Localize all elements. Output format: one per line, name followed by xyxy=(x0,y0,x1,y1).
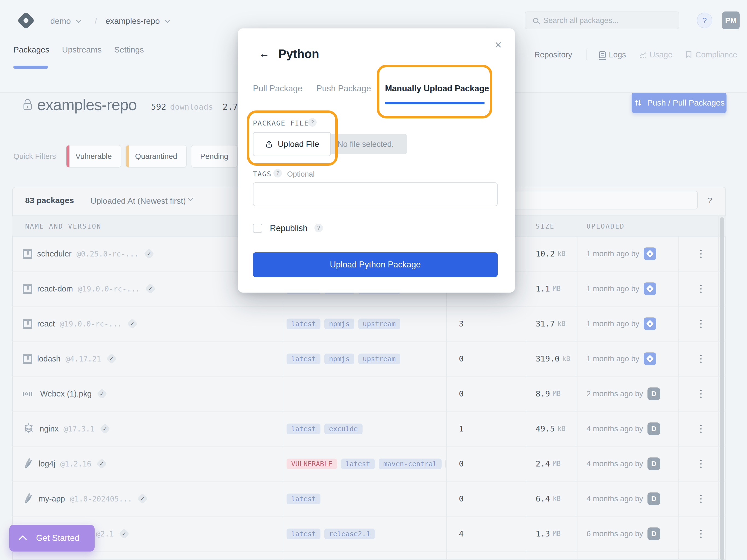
row-actions-kebab[interactable] xyxy=(690,447,711,481)
vulnerable-tag[interactable]: VULNERABLE xyxy=(287,459,337,469)
tag-pill[interactable]: npmjs xyxy=(324,319,354,329)
usage-chart-icon xyxy=(639,52,646,58)
tag-pill[interactable]: upstream xyxy=(358,354,400,364)
row-actions-kebab[interactable] xyxy=(690,236,711,271)
col-name-and-version: NAME AND VERSION xyxy=(25,223,101,230)
tag-pill[interactable]: release2.1 xyxy=(324,529,375,539)
get-started-button[interactable]: Get Started xyxy=(9,525,95,552)
filter-accent-stripe xyxy=(67,146,70,167)
package-name[interactable]: log4j xyxy=(38,459,55,468)
cloudsmith-logo-icon[interactable] xyxy=(17,11,35,29)
table-row[interactable]: @2.1✓latestrelease2.141.3MB6 months ago … xyxy=(12,516,726,552)
logs-icon xyxy=(599,51,606,58)
storage-count: 2.7 xyxy=(223,102,238,111)
filter-pending[interactable]: Pending xyxy=(191,145,238,168)
uploader-avatar-d[interactable]: D xyxy=(647,423,660,435)
table-row[interactable]: lodash@4.17.21✓latestnpmjsupstream0319.0… xyxy=(12,341,726,377)
republish-checkbox[interactable] xyxy=(253,224,262,233)
row-actions-kebab[interactable] xyxy=(690,307,711,341)
uploader-avatar-d[interactable]: D xyxy=(647,528,660,540)
link-logs[interactable]: Logs xyxy=(599,50,626,59)
uploader-avatar-cloudsmith[interactable] xyxy=(644,353,656,365)
package-name[interactable]: Webex (1).pkg xyxy=(40,389,92,399)
row-actions-kebab[interactable] xyxy=(690,482,711,516)
help-button[interactable]: ? xyxy=(697,12,712,28)
breadcrumb-repo-dropdown[interactable]: examples-repo xyxy=(106,15,169,27)
package-version: @0.25.0-rc-... xyxy=(77,250,139,258)
link-compliance[interactable]: Compliance xyxy=(686,50,737,59)
search-input[interactable] xyxy=(543,16,669,25)
uploader-avatar-cloudsmith[interactable] xyxy=(644,248,656,260)
table-row[interactable]: react@19.0.0-rc-...✓latestnpmjsupstream3… xyxy=(12,307,726,341)
uploader-avatar-d[interactable]: D xyxy=(647,492,660,505)
package-name[interactable]: my-app xyxy=(38,494,65,503)
uploader-avatar-cloudsmith[interactable] xyxy=(644,317,656,330)
tag-pill[interactable]: upstream xyxy=(358,319,400,329)
npm-package-icon xyxy=(23,249,32,259)
breadcrumb-org: demo xyxy=(50,17,71,26)
package-version: @1.2.16 xyxy=(60,460,91,468)
package-version: @19.0.0-rc-... xyxy=(78,285,140,293)
breadcrumb-org-dropdown[interactable]: demo xyxy=(50,15,80,27)
downloads-cell: 4 xyxy=(446,516,476,551)
push-pull-packages-button[interactable]: Push / Pull Packages xyxy=(632,93,726,113)
filter-label: Pending xyxy=(200,152,228,161)
row-actions-kebab[interactable] xyxy=(690,341,711,376)
upload-file-button[interactable]: Upload File xyxy=(253,132,331,156)
row-actions-kebab[interactable] xyxy=(690,411,711,446)
tags-cell: latestexculde xyxy=(287,411,446,446)
row-actions-kebab[interactable] xyxy=(690,377,711,411)
tag-pill[interactable]: latest xyxy=(287,424,320,434)
sync-check-badge-icon: ✓ xyxy=(96,458,107,469)
modal-back-button[interactable]: ← xyxy=(257,47,271,61)
vertical-scrollbar[interactable] xyxy=(720,218,724,560)
package-name[interactable]: nginx xyxy=(40,424,58,433)
tags-help-icon[interactable]: ? xyxy=(274,169,282,177)
tag-pill[interactable]: exculde xyxy=(324,424,362,434)
uploader-avatar-cloudsmith[interactable] xyxy=(644,282,656,295)
link-usage[interactable]: Usage xyxy=(639,50,673,59)
modal-tab-manually-upload-package[interactable]: Manually Upload Package xyxy=(385,84,489,94)
tab-settings[interactable]: Settings xyxy=(114,45,144,57)
table-row[interactable]: HELMnginx@17.3.1✓latestexculde149.5kB4 m… xyxy=(12,411,726,447)
tag-pill[interactable]: latest xyxy=(341,459,375,469)
modal-tab-push-package[interactable]: Push Package xyxy=(316,84,371,94)
tab-packages[interactable]: Packages xyxy=(14,45,50,57)
table-row[interactable]: my-app@1.0-202405...✓latest06.4kB4 month… xyxy=(12,482,726,516)
modal-tab-pull-package[interactable]: Pull Package xyxy=(253,84,302,94)
filter-quarantined[interactable]: Quarantined xyxy=(126,145,187,168)
table-help-button[interactable]: ? xyxy=(707,196,712,205)
downloads-cell: 1 xyxy=(446,411,476,446)
table-row[interactable]: log4j@1.2.16✓VULNERABLElatestmaven-centr… xyxy=(12,447,726,482)
tab-upstreams[interactable]: Upstreams xyxy=(62,45,102,57)
sort-dropdown[interactable]: Uploaded At (Newest first) xyxy=(91,196,186,206)
uploader-avatar-d[interactable]: D xyxy=(647,457,660,470)
row-actions-kebab[interactable] xyxy=(690,516,711,551)
tag-pill[interactable]: latest xyxy=(287,529,320,539)
table-row[interactable]: Webex (1).pkg✓08.9MB2 months ago byD xyxy=(12,377,726,411)
republish-help-icon[interactable]: ? xyxy=(314,224,323,232)
package-name[interactable]: lodash xyxy=(37,354,60,363)
tag-pill[interactable]: maven-central xyxy=(379,459,442,469)
package-version: @17.3.1 xyxy=(63,425,95,433)
tag-pill[interactable]: npmjs xyxy=(324,354,354,364)
tag-pill[interactable]: latest xyxy=(287,354,320,364)
package-name[interactable]: react xyxy=(37,320,55,328)
context-links: Repository Logs Usage Compliance xyxy=(534,49,737,61)
filter-vulnerable[interactable]: Vulnerable xyxy=(66,145,121,168)
link-repository[interactable]: Repository xyxy=(534,50,572,59)
modal-close-button[interactable]: × xyxy=(491,38,505,52)
upload-python-package-button[interactable]: Upload Python Package xyxy=(253,252,498,277)
tag-pill[interactable]: latest xyxy=(287,493,320,504)
tag-pill[interactable]: latest xyxy=(287,319,320,329)
package-version: @1.0-202405... xyxy=(70,495,132,503)
package-file-help-icon[interactable]: ? xyxy=(308,118,317,127)
package-name[interactable]: scheduler xyxy=(37,249,72,258)
tags-input[interactable] xyxy=(253,182,498,206)
row-actions-kebab[interactable] xyxy=(690,272,711,306)
package-name[interactable]: react-dom xyxy=(37,284,73,294)
global-search xyxy=(525,11,679,29)
uploader-avatar-d[interactable]: D xyxy=(647,387,660,400)
sync-check-badge-icon: ✓ xyxy=(144,248,154,259)
user-avatar[interactable]: PM xyxy=(722,11,740,29)
